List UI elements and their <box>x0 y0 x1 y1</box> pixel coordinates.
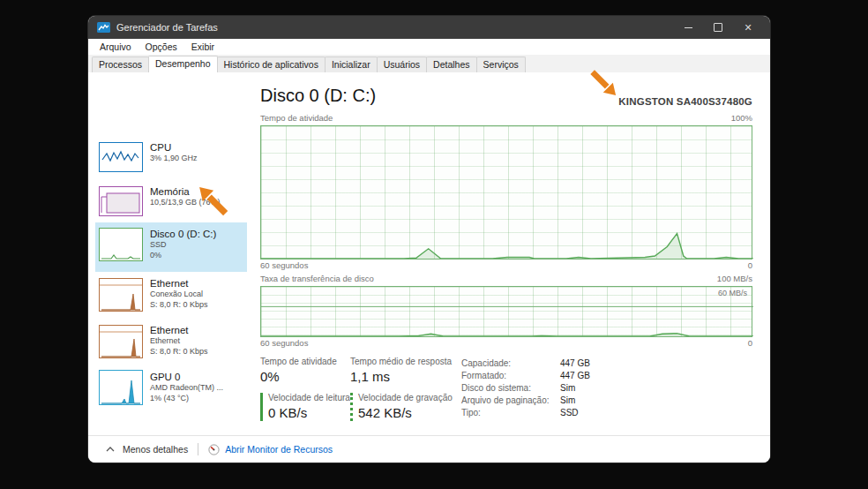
detail-value-arquivo-de-paginacao: Sim <box>560 395 590 406</box>
disk-stats: Tempo de atividade 0% Velocidade de leit… <box>260 357 752 429</box>
write-speed-label: Velocidade de gravação <box>358 393 460 403</box>
maximize-button[interactable] <box>703 16 733 39</box>
detail-label-formatado: Formatado: <box>461 370 558 381</box>
sidebar-disk-usage: 0% <box>150 251 216 261</box>
read-speed-label: Velocidade de leitura <box>268 393 348 403</box>
annotation-arrow-kingston <box>587 67 617 97</box>
sidebar-disk-type: SSD <box>150 240 216 251</box>
task-manager-window: Gerenciador de Tarefas ✕ Arquivo Opções … <box>88 16 770 463</box>
active-time-chart <box>260 125 752 260</box>
title-bar: Gerenciador de Tarefas ✕ <box>88 16 770 39</box>
sidebar-ethernet1-name: Conexão Local <box>150 290 208 300</box>
sidebar-item-cpu[interactable]: CPU 3% 1,90 GHz <box>95 139 247 182</box>
desktop-background: { "window": { "title": "Gerenciador de T… <box>0 0 868 489</box>
detail-label-capacidade: Capacidade: <box>461 357 558 369</box>
open-resource-monitor-link[interactable]: Abrir Monitor de Recursos <box>208 444 333 455</box>
sidebar-cpu-usage: 3% 1,90 GHz <box>150 154 198 164</box>
active-time-chart-max-label: 100% <box>731 113 752 124</box>
sidebar-item-ethernet-1[interactable]: Ethernet Conexão Local S: 8,0 R: 0 Kbps <box>95 275 247 318</box>
task-manager-icon <box>97 22 110 33</box>
sidebar-item-disk0[interactable]: Disco 0 (D: C:) SSD 0% <box>95 222 247 272</box>
response-time-label: Tempo médio de resposta <box>350 357 460 367</box>
gpu-thumbnail-chart <box>99 370 143 405</box>
transfer-rate-xaxis-left: 60 segundos <box>260 338 308 349</box>
tab-processos[interactable]: Processos <box>92 56 149 72</box>
maximize-icon <box>714 23 722 32</box>
tab-usuarios[interactable]: Usuários <box>377 56 427 72</box>
transfer-rate-chart-max-label: 100 MB/s <box>717 274 752 284</box>
disk-detail-panel: Disco 0 (D: C:) KINGSTON SA400S37480G Te… <box>258 72 754 429</box>
sidebar-gpu-title: GPU 0 <box>150 371 223 383</box>
read-speed-value: 0 KB/s <box>268 405 348 421</box>
minimize-icon <box>685 27 692 28</box>
sidebar-ethernet2-title: Ethernet <box>150 324 208 336</box>
resource-monitor-icon <box>208 444 220 455</box>
close-button[interactable]: ✕ <box>733 16 763 39</box>
sidebar-gpu-name: AMD Radeon(TM) ... <box>150 383 223 394</box>
sidebar-item-ethernet-2[interactable]: Ethernet Ethernet S: 8,0 R: 0 Kbps <box>95 322 247 365</box>
detail-value-formatado: 447 GB <box>560 370 590 381</box>
sidebar-ethernet1-rates: S: 8,0 R: 0 Kbps <box>150 300 208 311</box>
detail-label-arquivo-de-paginacao: Arquivo de paginação: <box>461 395 558 406</box>
annotation-arrow-disk <box>198 185 231 219</box>
sidebar-item-gpu0[interactable]: GPU 0 AMD Radeon(TM) ... 1% (43 °C) <box>95 367 247 410</box>
disk-details-list: Capacidade: 447 GB Formatado: 447 GB Dis… <box>461 357 590 418</box>
footer-bar: Menos detalhes Abrir Monitor de Recursos <box>88 435 770 463</box>
window-controls: ✕ <box>673 16 763 39</box>
tab-inicializar[interactable]: Inicializar <box>325 56 378 72</box>
memory-thumbnail-chart <box>99 186 143 216</box>
disk-thumbnail-chart <box>99 228 143 261</box>
disk-model-label: KINGSTON SA400S37480G <box>618 96 752 107</box>
sidebar-cpu-title: CPU <box>150 141 198 154</box>
tab-historico-de-aplicativos[interactable]: Histórico de aplicativos <box>217 56 326 72</box>
menu-exibir[interactable]: Exibir <box>184 41 221 52</box>
uptime-stat-value: 0% <box>260 369 348 385</box>
sidebar-disk-title: Disco 0 (D: C:) <box>150 228 216 240</box>
uptime-stat-label: Tempo de atividade <box>260 357 348 367</box>
menu-bar: Arquivo Opções Exibir <box>88 39 770 55</box>
detail-label-disco-do-sistema: Disco do sistema: <box>461 382 558 394</box>
write-speed-value: 542 KB/s <box>358 405 460 421</box>
transfer-rate-chart-title: Taxa de transferência de disco <box>260 274 374 284</box>
response-time-value: 1,1 ms <box>350 369 460 385</box>
ethernet2-thumbnail-chart <box>99 325 143 358</box>
detail-label-tipo: Tipo: <box>461 407 558 418</box>
detail-value-disco-do-sistema: Sim <box>560 382 590 394</box>
cpu-thumbnail-chart <box>99 142 143 172</box>
tab-servicos[interactable]: Serviços <box>476 56 526 72</box>
active-time-xaxis-left: 60 segundos <box>260 260 308 271</box>
window-title: Gerenciador de Tarefas <box>116 22 218 33</box>
ethernet1-thumbnail-chart <box>99 278 143 312</box>
fewer-details-button[interactable]: Menos detalhes <box>106 444 188 455</box>
chevron-up-icon <box>106 447 115 452</box>
performance-sidebar: CPU 3% 1,90 GHz Memória 10,5/13,9 GB (76… <box>95 83 247 447</box>
close-icon: ✕ <box>744 23 752 33</box>
sidebar-ethernet2-rates: S: 8,0 R: 0 Kbps <box>150 347 208 357</box>
detail-value-capacidade: 447 GB <box>560 357 590 369</box>
active-time-chart-area <box>261 126 753 259</box>
active-time-chart-title: Tempo de atividade <box>260 113 333 124</box>
transfer-rate-xaxis-right: 0 <box>748 338 752 349</box>
transfer-rate-chart: 60 MB/s <box>260 286 752 337</box>
tab-desempenho[interactable]: Desempenho <box>148 56 217 72</box>
sidebar-ethernet2-name: Ethernet <box>150 336 208 347</box>
sidebar-gpu-usage: 1% (43 °C) <box>150 394 223 404</box>
open-resource-monitor-label: Abrir Monitor de Recursos <box>225 444 333 455</box>
menu-arquivo[interactable]: Arquivo <box>93 41 138 52</box>
detail-value-tipo: SSD <box>560 407 590 418</box>
tab-detalhes[interactable]: Detalhes <box>426 56 476 72</box>
footer-divider <box>198 443 198 455</box>
performance-pane: CPU 3% 1,90 GHz Memória 10,5/13,9 GB (76… <box>88 72 770 436</box>
active-time-xaxis-right: 0 <box>748 260 752 271</box>
tab-bar: Processos Desempenho Histórico de aplica… <box>88 55 770 73</box>
transfer-rate-marker-label: 60 MB/s <box>718 289 747 297</box>
minimize-button[interactable] <box>673 16 703 39</box>
menu-opcoes[interactable]: Opções <box>138 41 184 52</box>
sidebar-ethernet1-title: Ethernet <box>150 277 208 290</box>
fewer-details-label: Menos detalhes <box>123 444 188 455</box>
transfer-rate-chart-area <box>261 287 753 336</box>
